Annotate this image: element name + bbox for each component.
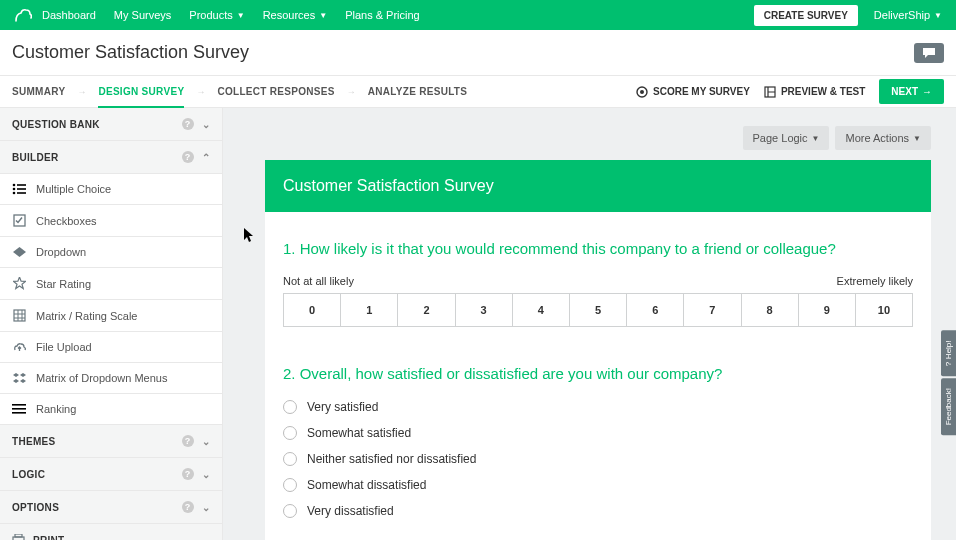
scale-cell-0[interactable]: 0	[283, 294, 340, 326]
caret-down-icon: ▼	[319, 11, 327, 20]
help-icon[interactable]: ?	[182, 151, 194, 163]
step-analyze-results[interactable]: ANALYZE RESULTS	[368, 86, 468, 97]
chevron-down-icon: ⌄	[202, 436, 210, 447]
help-icon[interactable]: ?	[182, 501, 194, 513]
arrow-right-icon: →	[347, 87, 356, 97]
radio-option-very-dissatisfied[interactable]: Very dissatisfied	[283, 504, 913, 518]
list-icon	[12, 183, 26, 195]
scale-cell-2[interactable]: 2	[397, 294, 454, 326]
sub-nav: SUMMARY → DESIGN SURVEY → COLLECT RESPON…	[0, 76, 956, 108]
workflow-steps: SUMMARY → DESIGN SURVEY → COLLECT RESPON…	[12, 86, 467, 98]
scale-cell-9[interactable]: 9	[798, 294, 855, 326]
scale-cell-7[interactable]: 7	[683, 294, 740, 326]
svg-point-5	[13, 188, 16, 191]
step-summary[interactable]: SUMMARY	[12, 86, 65, 97]
radio-icon	[283, 426, 297, 440]
caret-down-icon: ▼	[934, 11, 942, 20]
help-icon[interactable]: ?	[182, 468, 194, 480]
radio-icon	[283, 452, 297, 466]
radio-icon	[283, 400, 297, 414]
comments-button[interactable]	[914, 43, 944, 63]
preview-test-button[interactable]: PREVIEW & TEST	[764, 86, 865, 98]
main-area: QUESTION BANK ? ⌄ BUILDER ? ⌃ Multiple C…	[0, 108, 956, 540]
checkbox-icon	[12, 214, 26, 227]
builder-item-checkboxes[interactable]: Checkboxes	[0, 204, 222, 236]
sidebar-section-print[interactable]: PRINT	[0, 524, 222, 540]
svg-rect-11	[12, 404, 26, 406]
sidebar: QUESTION BANK ? ⌄ BUILDER ? ⌃ Multiple C…	[0, 108, 223, 540]
score-my-survey-button[interactable]: SCORE MY SURVEY	[636, 86, 750, 98]
radio-option-somewhat-dissatisfied[interactable]: Somewhat dissatisfied	[283, 478, 913, 492]
page-title: Customer Satisfaction Survey	[12, 42, 249, 63]
builder-item-multiple-choice[interactable]: Multiple Choice	[0, 173, 222, 204]
nav-item-resources[interactable]: Resources▼	[263, 9, 328, 21]
sidebar-section-builder[interactable]: BUILDER ? ⌃	[0, 141, 222, 173]
print-icon	[12, 534, 25, 540]
sidebar-section-options[interactable]: OPTIONS ? ⌄	[0, 491, 222, 523]
step-collect-responses[interactable]: COLLECT RESPONSES	[217, 86, 334, 97]
survey-card: Customer Satisfaction Survey 1. How like…	[265, 160, 931, 540]
svg-rect-13	[12, 412, 26, 414]
step-design-survey[interactable]: DESIGN SURVEY	[98, 86, 184, 108]
scale-cell-3[interactable]: 3	[455, 294, 512, 326]
dropdown-icon	[12, 247, 26, 257]
question-2[interactable]: 2. Overall, how satisfied or dissatisfie…	[283, 365, 913, 518]
speech-bubble-icon	[922, 47, 936, 59]
help-icon[interactable]: ?	[182, 435, 194, 447]
matrix-dropdown-icon	[12, 373, 26, 384]
radio-option-very-satisfied[interactable]: Very satisfied	[283, 400, 913, 414]
ranking-icon	[12, 404, 26, 415]
scale-cell-5[interactable]: 5	[569, 294, 626, 326]
canvas: Page Logic▼ More Actions▼ Customer Satis…	[223, 108, 956, 540]
builder-item-matrix-dropdown[interactable]: Matrix of Dropdown Menus	[0, 362, 222, 393]
account-menu[interactable]: DeliverShip▼	[874, 9, 942, 21]
arrow-right-icon: →	[196, 87, 205, 97]
scale-cell-4[interactable]: 4	[512, 294, 569, 326]
nps-scale: 0 1 2 3 4 5 6 7 8 9 10	[283, 293, 913, 327]
radio-list: Very satisfied Somewhat satisfied Neithe…	[283, 400, 913, 518]
chevron-down-icon: ⌄	[202, 502, 210, 513]
create-survey-button[interactable]: CREATE SURVEY	[754, 5, 858, 26]
scale-low-label: Not at all likely	[283, 275, 354, 287]
help-icon[interactable]: ?	[182, 118, 194, 130]
svg-point-7	[13, 192, 16, 195]
nav-links: Dashboard My Surveys Products▼ Resources…	[42, 9, 420, 21]
sidebar-section-logic[interactable]: LOGIC ? ⌄	[0, 458, 222, 490]
sidebar-section-question-bank[interactable]: QUESTION BANK ? ⌄	[0, 108, 222, 140]
survey-title-band[interactable]: Customer Satisfaction Survey	[265, 160, 931, 212]
builder-item-file-upload[interactable]: File Upload	[0, 331, 222, 362]
nav-item-my-surveys[interactable]: My Surveys	[114, 9, 171, 21]
page-toolbar: Page Logic▼ More Actions▼	[265, 126, 931, 150]
sidebar-section-themes[interactable]: THEMES ? ⌄	[0, 425, 222, 457]
svg-point-1	[640, 90, 644, 94]
logo-icon[interactable]	[14, 8, 32, 22]
scale-cell-6[interactable]: 6	[626, 294, 683, 326]
radio-option-somewhat-satisfied[interactable]: Somewhat satisfied	[283, 426, 913, 440]
page-logic-button[interactable]: Page Logic▼	[743, 126, 830, 150]
scale-cell-1[interactable]: 1	[340, 294, 397, 326]
more-actions-button[interactable]: More Actions▼	[835, 126, 931, 150]
grid-icon	[12, 309, 26, 322]
nav-item-dashboard[interactable]: Dashboard	[42, 9, 96, 21]
radio-icon	[283, 478, 297, 492]
radio-option-neither[interactable]: Neither satisfied nor dissatisfied	[283, 452, 913, 466]
upload-icon	[12, 341, 26, 353]
builder-item-dropdown[interactable]: Dropdown	[0, 236, 222, 267]
builder-item-ranking[interactable]: Ranking	[0, 393, 222, 424]
radio-icon	[283, 504, 297, 518]
next-button[interactable]: NEXT →	[879, 79, 944, 104]
scale-cell-10[interactable]: 10	[855, 294, 912, 326]
nav-item-products[interactable]: Products▼	[189, 9, 244, 21]
builder-item-matrix-rating[interactable]: Matrix / Rating Scale	[0, 299, 222, 331]
svg-point-3	[13, 184, 16, 187]
builder-item-star-rating[interactable]: Star Rating	[0, 267, 222, 299]
question-title: 2. Overall, how satisfied or dissatisfie…	[283, 365, 913, 382]
help-tab[interactable]: ?Help!	[941, 330, 956, 376]
scale-cell-8[interactable]: 8	[741, 294, 798, 326]
question-1[interactable]: 1. How likely is it that you would recom…	[283, 240, 913, 327]
nav-item-plans[interactable]: Plans & Pricing	[345, 9, 420, 21]
side-tabs: ?Help! Feedback!	[941, 330, 956, 438]
feedback-tab[interactable]: Feedback!	[941, 378, 956, 435]
star-icon	[12, 277, 26, 290]
scale-high-label: Extremely likely	[837, 275, 913, 287]
